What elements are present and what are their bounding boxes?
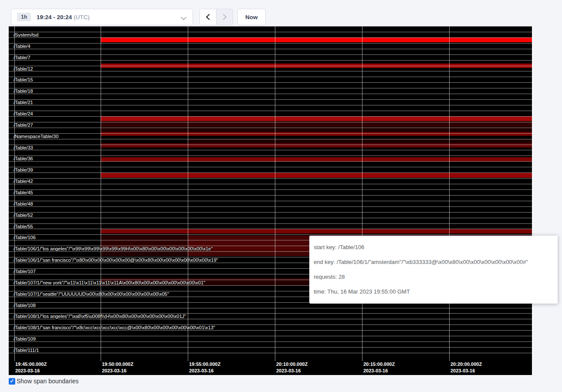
row-boundary-line — [9, 212, 532, 213]
row-boundary-line — [9, 145, 532, 145]
row-boundary-line — [9, 234, 532, 235]
time-range-text: 19:24 - 20:24 — [37, 14, 72, 20]
row-boundary-line — [9, 116, 532, 117]
row-label: /Table/107/1/"seattle"/"UUUUUUD\x00\x80\… — [14, 292, 169, 297]
row-boundary-line — [9, 155, 532, 156]
row-label: /Table/45 — [14, 190, 33, 195]
tooltip-line: end key: /Table/106/1/"amsterdam"/"\xb33… — [314, 255, 553, 270]
show-span-boundaries-checkbox[interactable]: ✓ — [9, 378, 15, 385]
key-visualizer: /System/tsd/Table/4/Table/7/Table/12/Tab… — [9, 26, 532, 375]
row-label: /Table/36 — [14, 156, 33, 161]
span-band — [101, 143, 532, 148]
row-boundary-line — [9, 336, 532, 336]
span-band — [101, 116, 532, 121]
row-boundary-line — [9, 167, 532, 167]
row-boundary-line — [9, 341, 532, 342]
now-button[interactable]: Now — [237, 9, 266, 25]
row-boundary-line — [9, 37, 532, 38]
row-boundary-line — [9, 195, 532, 196]
span-band — [188, 139, 532, 143]
time-tick-label: 20:10:00.000Z2023-03-16 — [276, 361, 308, 374]
time-tick-label: 19:45:00.000Z2023-03-16 — [15, 361, 47, 374]
row-boundary-line — [9, 229, 532, 229]
row-label: /Table/39 — [14, 168, 33, 172]
row-boundary-line — [9, 66, 532, 66]
tooltip-line: requests: 28 — [314, 270, 553, 284]
time-range-badge: 1h — [17, 13, 31, 21]
next-time-button[interactable] — [217, 9, 233, 25]
row-label: /Table/18 — [14, 89, 33, 94]
row-label: /Table/27 — [14, 123, 33, 128]
time-range-select[interactable]: 1h 19:24 - 20:24 (UTC) — [11, 9, 193, 25]
chevron-down-icon — [181, 14, 186, 20]
row-boundary-line — [9, 347, 532, 348]
row-boundary-line — [9, 82, 532, 83]
row-boundary-line — [9, 189, 532, 190]
span-band — [101, 37, 532, 42]
show-span-boundaries-control[interactable]: ✓ Show span boundaries — [9, 378, 78, 385]
prev-time-button[interactable] — [200, 9, 216, 25]
tooltip: start key: /Table/106end key: /Table/106… — [309, 236, 558, 304]
row-boundary-line — [9, 43, 532, 44]
time-tick-label: 20:20:00.000Z2023-03-16 — [450, 361, 482, 374]
row-boundary-line — [9, 105, 532, 105]
row-label: /Table/108/1/"san francisco"/"\x8c\xcc\x… — [14, 325, 215, 330]
row-boundary-line — [9, 353, 532, 353]
row-boundary-line — [9, 161, 532, 162]
row-boundary-line — [9, 99, 532, 100]
time-nav-group — [200, 9, 233, 25]
time-tick-label: 19:50:00.000Z2023-03-16 — [102, 361, 133, 374]
row-label: /Table/48 — [14, 202, 33, 206]
row-label: /Table/12 — [14, 67, 33, 71]
time-range-utc-label: (UTC) — [74, 14, 90, 20]
row-label: /Table/109 — [14, 337, 36, 341]
toolbar: 1h 19:24 - 20:24 (UTC) Now — [0, 0, 562, 26]
row-label: /Table/108/1/"los angeles"/"\xa8\xf5\u00… — [14, 314, 186, 319]
chevron-left-icon — [206, 14, 212, 20]
time-gridline — [101, 26, 101, 361]
row-label: /Table/4 — [14, 44, 30, 49]
row-label: /Table/24 — [14, 112, 33, 116]
row-label: /Table/33 — [14, 145, 33, 150]
time-tick-label: 19:55:00.000Z2023-03-16 — [189, 361, 220, 374]
row-label: /Table/52 — [14, 213, 33, 218]
row-boundary-line — [9, 133, 532, 134]
row-boundary-line — [9, 122, 532, 122]
chevron-right-icon — [220, 14, 227, 20]
row-boundary-line — [9, 26, 532, 27]
row-label: /Table/111/1 — [14, 348, 39, 353]
row-label: /Table/21 — [14, 100, 33, 105]
row-label: /Table/106 — [14, 235, 36, 240]
row-label: /Table/55 — [14, 224, 33, 229]
tooltip-line: time: Thu, 16 Mar 2023 19:55:00 GMT — [314, 284, 553, 299]
row-label: /NamespaceTable/30 — [14, 134, 58, 139]
span-band — [101, 132, 532, 136]
time-axis: 19:45:00.000Z2023-03-1619:50:00.000Z2023… — [9, 358, 532, 375]
row-label: /System/tsd — [14, 33, 38, 37]
row-boundary-line — [9, 150, 532, 150]
row-boundary-line — [9, 184, 532, 184]
row-label: /Table/15 — [14, 78, 33, 82]
row-label: /Table/106/1/"los angeles"/"\x99\x99\x99… — [14, 247, 213, 251]
row-boundary-line — [9, 172, 532, 173]
row-boundary-line — [9, 88, 532, 88]
heatmap-plot[interactable]: /System/tsd/Table/4/Table/7/Table/12/Tab… — [9, 26, 532, 358]
row-boundary-line — [9, 223, 532, 224]
row-boundary-line — [9, 77, 532, 77]
span-band — [101, 229, 532, 233]
row-boundary-line — [9, 49, 532, 49]
check-icon: ✓ — [10, 378, 14, 384]
checkbox-label: Show span boundaries — [17, 378, 78, 385]
row-boundary-line — [9, 201, 532, 201]
row-boundary-line — [9, 94, 532, 94]
row-boundary-line — [9, 218, 532, 218]
row-boundary-line — [9, 139, 532, 139]
row-label: /Table/107 — [14, 269, 36, 274]
row-boundary-line — [9, 54, 532, 55]
row-boundary-line — [9, 111, 532, 111]
row-boundary-line — [9, 32, 532, 32]
time-gridline — [449, 26, 450, 361]
time-gridline — [362, 26, 362, 361]
row-boundary-line — [9, 128, 532, 128]
time-gridline — [188, 26, 188, 361]
